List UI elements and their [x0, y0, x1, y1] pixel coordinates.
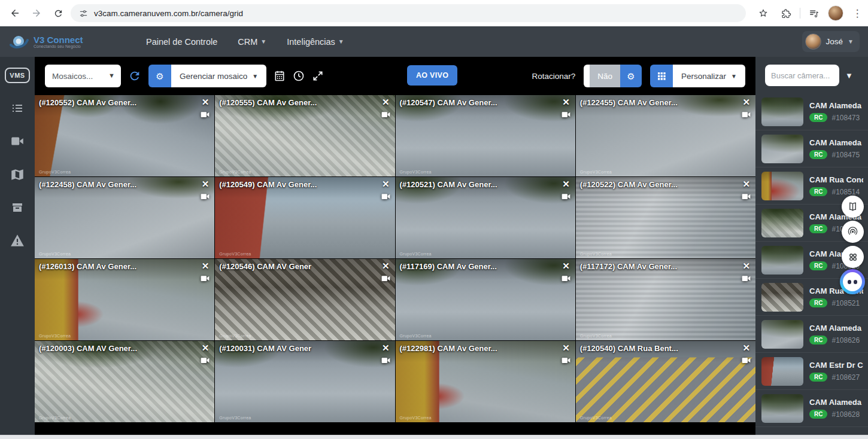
- close-icon[interactable]: ✕: [202, 179, 210, 190]
- close-icon[interactable]: ✕: [742, 261, 750, 272]
- extensions-icon[interactable]: [777, 4, 795, 22]
- rotate-toggle-track[interactable]: [584, 65, 590, 87]
- rotate-toggle-value[interactable]: Não: [590, 65, 620, 87]
- camera-tile[interactable]: (#120003) CAM AV Gener... ✕ GrupoV3Corre…: [35, 341, 214, 422]
- camera-id: #108514: [831, 188, 860, 196]
- docs-fab[interactable]: [842, 196, 864, 218]
- camcorder-icon[interactable]: [742, 193, 751, 200]
- camera-tile[interactable]: (#117172) CAM Av Gener... ✕ GrupoV3Corre…: [576, 259, 755, 340]
- camera-tile[interactable]: (#122981) CAM Av Gener... ✕ GrupoV3Corre…: [396, 341, 575, 422]
- address-bar[interactable]: v3cam.cameranuvem.com.br/camera/grid: [71, 4, 746, 22]
- map-icon[interactable]: [10, 167, 25, 182]
- close-icon[interactable]: ✕: [742, 97, 750, 108]
- warning-icon[interactable]: [10, 233, 25, 248]
- refresh-mosaic-icon[interactable]: [128, 69, 141, 83]
- camera-tile-label: (#120522) CAM Av Gener...: [580, 180, 678, 189]
- camcorder-icon[interactable]: [562, 111, 570, 118]
- camcorder-icon[interactable]: [381, 193, 390, 200]
- app-logo[interactable]: V3 Connect Conectando seu Negócio: [8, 33, 122, 51]
- archive-icon[interactable]: [10, 200, 25, 215]
- camcorder-icon[interactable]: [201, 111, 210, 118]
- camcorder-icon[interactable]: [562, 193, 570, 200]
- gear-icon: ⚙: [156, 72, 163, 81]
- bookmark-star-icon[interactable]: [754, 4, 772, 22]
- broadcast-fab[interactable]: [842, 221, 864, 243]
- browser-forward-icon[interactable]: [28, 4, 45, 22]
- camera-tile[interactable]: (#122455) CAM Av Gener... ✕ GrupoV3Corre…: [576, 95, 755, 176]
- list-icon[interactable]: [10, 101, 25, 115]
- camera-list-item[interactable]: CAM Alameda Pr RC #108473: [755, 93, 868, 130]
- close-icon[interactable]: ✕: [202, 97, 210, 108]
- close-icon[interactable]: ✕: [562, 179, 570, 190]
- nav-item-inteligencias[interactable]: Inteligências▼: [287, 37, 344, 47]
- close-icon[interactable]: ✕: [742, 179, 750, 190]
- camcorder-icon[interactable]: [381, 111, 390, 118]
- camcorder-icon[interactable]: [562, 356, 570, 364]
- video-camera-icon[interactable]: [10, 133, 25, 149]
- camera-tile[interactable]: (#120521) CAM Av Gener... ✕ GrupoV3Corre…: [396, 177, 575, 258]
- camcorder-icon[interactable]: [381, 275, 390, 282]
- camcorder-icon[interactable]: [742, 111, 751, 118]
- close-icon[interactable]: ✕: [742, 343, 750, 353]
- camera-tile[interactable]: (#120546) CAM AV Gener ✕ GrupoV3Correa: [215, 259, 394, 340]
- camera-list-item[interactable]: CAM Alameda Pr RC #108628: [755, 390, 868, 427]
- close-icon[interactable]: ✕: [562, 261, 570, 272]
- live-button[interactable]: AO VIVO: [407, 65, 457, 86]
- camera-tile[interactable]: (#120540) CAM Rua Bent... ✕ GrupoV3Corre…: [576, 341, 755, 422]
- customize-button[interactable]: Personalizar ▼: [673, 65, 745, 87]
- camera-list-item[interactable]: CAM Estr Dr Cels RC #108627: [755, 353, 868, 390]
- camera-tile[interactable]: (#126013) CAM Av Gener... ✕ GrupoV3Corre…: [35, 259, 214, 340]
- camera-list-item[interactable]: CAM Alameda Pr RC #108626: [755, 316, 868, 353]
- camcorder-icon[interactable]: [201, 193, 210, 200]
- close-icon[interactable]: ✕: [382, 261, 390, 272]
- camera-list-item[interactable]: CAM Alameda Pr RC #108475: [755, 130, 868, 167]
- browser-menu-icon[interactable]: ⋮: [848, 4, 866, 22]
- camcorder-icon[interactable]: [381, 356, 390, 364]
- close-icon[interactable]: ✕: [382, 97, 390, 108]
- grid-layout-button[interactable]: [650, 65, 673, 87]
- user-menu[interactable]: José ▼: [802, 31, 860, 52]
- search-camera-input[interactable]: [765, 65, 839, 86]
- camera-tile[interactable]: (#120555) CAM Av Gener... ✕ GrupoV3Corre…: [215, 95, 394, 176]
- camera-tile[interactable]: (#122458) CAM Av Gener... ✕ GrupoV3Corre…: [35, 177, 214, 258]
- watermark: GrupoV3Correa: [219, 334, 251, 338]
- camcorder-icon[interactable]: [562, 275, 570, 282]
- camcorder-icon[interactable]: [742, 356, 751, 364]
- nav-item-crm[interactable]: CRM▼: [238, 37, 266, 47]
- camcorder-icon[interactable]: [201, 356, 210, 364]
- camcorder-icon[interactable]: [201, 275, 210, 282]
- browser-profile-avatar[interactable]: [828, 5, 843, 21]
- mosaic-settings-button[interactable]: ⚙: [148, 65, 171, 87]
- nav-item-painel[interactable]: Painel de Controle: [146, 37, 217, 47]
- apps-fab[interactable]: [842, 246, 864, 268]
- close-icon[interactable]: ✕: [562, 97, 570, 108]
- manage-mosaic-button[interactable]: Gerenciar mosaico ▼: [171, 65, 266, 87]
- close-icon[interactable]: ✕: [382, 179, 390, 190]
- camera-tile[interactable]: (#117169) CAM Av Gener... ✕ GrupoV3Corre…: [396, 259, 575, 340]
- calendar-icon[interactable]: [274, 70, 286, 82]
- url-text[interactable]: v3cam.cameranuvem.com.br/camera/grid: [94, 9, 243, 18]
- ai-assistant-fab[interactable]: [840, 269, 865, 294]
- close-icon[interactable]: ✕: [202, 343, 210, 353]
- camera-tile[interactable]: (#120031) CAM AV Gener ✕ GrupoV3Correa: [215, 341, 394, 422]
- rotate-settings-button[interactable]: ⚙: [620, 65, 642, 87]
- close-icon[interactable]: ✕: [382, 343, 390, 353]
- camcorder-icon[interactable]: [742, 275, 751, 282]
- close-icon[interactable]: ✕: [562, 343, 570, 353]
- fullscreen-icon[interactable]: [312, 70, 324, 82]
- vms-badge[interactable]: VMS: [5, 68, 29, 83]
- site-settings-icon[interactable]: [79, 9, 88, 18]
- camera-tile[interactable]: (#120552) CAM Av Gener... ✕ GrupoV3Corre…: [35, 95, 214, 176]
- mosaics-select[interactable]: Mosaicos... ▼: [45, 65, 121, 87]
- browser-back-icon[interactable]: [6, 4, 24, 22]
- camera-status-badge: RC: [809, 298, 827, 307]
- camera-tile[interactable]: (#120549) CAM Av Gener... ✕ GrupoV3Corre…: [215, 177, 394, 258]
- close-icon[interactable]: ✕: [202, 261, 210, 272]
- clock-history-icon[interactable]: [293, 70, 305, 82]
- media-controls-icon[interactable]: [805, 4, 823, 22]
- camera-tile[interactable]: (#120522) CAM Av Gener... ✕ GrupoV3Corre…: [576, 177, 755, 258]
- camera-tile[interactable]: (#120547) CAM Av Gener... ✕ GrupoV3Corre…: [396, 95, 575, 176]
- chevron-down-icon[interactable]: ▼: [845, 71, 853, 80]
- browser-refresh-icon[interactable]: [49, 4, 67, 22]
- mosaics-select-input[interactable]: Mosaicos...: [45, 65, 121, 87]
